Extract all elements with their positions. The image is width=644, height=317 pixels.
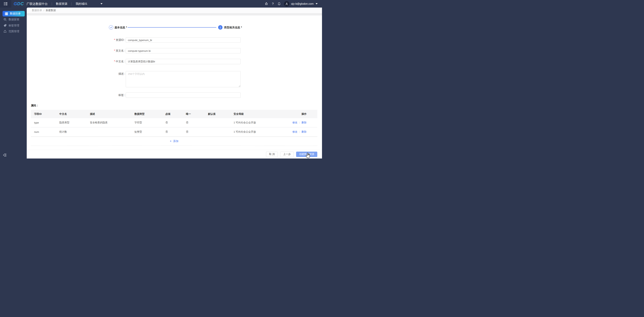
- help-button[interactable]: ?: [271, 2, 274, 6]
- caret-down-icon: [100, 3, 102, 4]
- english-name-label: *英文名:: [90, 48, 125, 54]
- previous-step-button[interactable]: 上一步: [280, 152, 294, 157]
- collapse-sidebar-icon: [3, 154, 7, 157]
- sidebar-item-data-explore[interactable]: 数据探查: [0, 16, 27, 22]
- notifications-button[interactable]: [277, 2, 281, 6]
- nav-divider: [52, 2, 52, 6]
- sidebar-item-label: 范围管理: [8, 30, 19, 33]
- cell-description: 安全检查的隐患: [87, 121, 131, 124]
- delete-link[interactable]: 删除: [302, 121, 306, 124]
- sidebar-item-tag-management[interactable]: 标签管理: [0, 22, 27, 28]
- chinese-name-input[interactable]: [126, 59, 241, 64]
- help-icon: ?: [272, 2, 274, 6]
- domain-selector[interactable]: 我的域01: [76, 2, 102, 6]
- modify-link[interactable]: 修改: [292, 121, 298, 124]
- cell-data-type: 字符型: [131, 121, 162, 124]
- scope-icon: [3, 30, 7, 33]
- plus-icon: +: [170, 139, 172, 143]
- tags-input[interactable]: [126, 92, 241, 98]
- bug-report-button[interactable]: [264, 2, 268, 6]
- top-navbar: GDC 广联达数据中台 数据资源 我的域01 ?: [0, 0, 322, 8]
- resource-id-input[interactable]: [126, 37, 241, 43]
- cell-security-level: 1 可向社会公众开放: [230, 130, 285, 134]
- navbar-right: ? qiy-b@glodon.com: [262, 1, 318, 6]
- domain-selector-label: 我的域01: [76, 2, 88, 6]
- step-2-circle: 2: [218, 25, 222, 30]
- cell-unique: 否: [183, 130, 205, 134]
- user-avatar[interactable]: [284, 1, 290, 6]
- cell-required: 否: [162, 121, 183, 124]
- sidebar-item-scope-management[interactable]: 范围管理: [0, 28, 27, 34]
- breadcrumb: 数据目录 / 新建数据: [27, 8, 322, 13]
- menu-icon: [4, 2, 8, 5]
- footer-action-bar: 取 消 上一步 创建数据资源: [27, 150, 322, 158]
- caret-down-icon[interactable]: [316, 3, 318, 4]
- cell-unique: 否: [183, 121, 205, 124]
- step-1-done-circle: [109, 25, 113, 30]
- collapse-sidebar-button[interactable]: [3, 154, 7, 157]
- nav-item-data-resource[interactable]: 数据资源: [56, 2, 68, 6]
- breadcrumb-separator: /: [44, 9, 44, 12]
- add-attribute-label: 添加: [173, 140, 178, 143]
- breadcrumb-parent[interactable]: 数据目录: [32, 9, 42, 12]
- check-icon: [110, 26, 112, 28]
- delete-link[interactable]: 删除: [302, 130, 306, 133]
- step-1-label: 基本信息 *: [114, 26, 127, 30]
- bell-icon: [278, 2, 281, 6]
- cell-field-id: type: [31, 121, 56, 124]
- required-asterisk: *: [114, 38, 115, 41]
- sidebar-toggle-button[interactable]: [0, 0, 11, 8]
- action-divider: |: [299, 121, 300, 124]
- col-header-required: 必须: [162, 112, 183, 116]
- cancel-button[interactable]: 取 消: [266, 152, 278, 157]
- resource-id-label: *资源ID:: [90, 37, 125, 43]
- cell-field-id: num: [31, 130, 56, 133]
- stepper-connector: [128, 27, 216, 28]
- sidebar: 数据目录 数据探查 标签管理 范围管理: [0, 8, 27, 158]
- modify-link[interactable]: 修改: [292, 130, 298, 133]
- col-header-security-level: 安全等级: [230, 112, 285, 116]
- step-2-label: 类型相关信息 *: [224, 26, 242, 30]
- tags-label: 标签:: [90, 92, 125, 98]
- user-icon: [285, 2, 288, 6]
- col-header-chinese-name: 中文名: [56, 112, 87, 116]
- col-header-data-type: 数据类型: [131, 112, 162, 116]
- required-asterisk: *: [114, 49, 115, 52]
- chinese-name-label: *中文名:: [90, 59, 125, 64]
- cell-chinese-name: 隐患类型: [56, 121, 87, 124]
- description-textarea[interactable]: [126, 71, 241, 87]
- create-data-resource-button[interactable]: 创建数据资源: [296, 152, 317, 157]
- main-area: 数据目录 / 新建数据 基本信息 * 2 类型相关信息 * *资源ID: *英文…: [27, 8, 322, 158]
- attributes-section-label: 属性 :: [31, 104, 38, 108]
- sidebar-item-label: 数据目录: [10, 12, 21, 16]
- user-email[interactable]: qiy-b@glodon.com: [291, 2, 314, 6]
- sidebar-item-data-catalog[interactable]: 数据目录: [2, 11, 25, 16]
- app-title: 广联达数据中台: [26, 2, 48, 6]
- form-card: 基本信息 * 2 类型相关信息 * *资源ID: *英文名: *中文名: 描述:: [27, 16, 322, 158]
- stepper: 基本信息 * 2 类型相关信息 *: [27, 25, 322, 30]
- col-header-description: 描述: [87, 112, 131, 116]
- sidebar-item-label: 数据探查: [8, 18, 19, 21]
- bug-icon: [264, 2, 268, 6]
- table-header-row: 字段ID 中文名 描述 数据类型 必须 唯一 默认值 安全等级 操作: [31, 110, 317, 118]
- col-header-unique: 唯一: [183, 112, 205, 116]
- col-header-actions: 操作: [285, 112, 317, 116]
- action-divider: |: [299, 130, 300, 133]
- explore-icon: [3, 18, 7, 21]
- add-attribute-button[interactable]: + 添加: [31, 137, 317, 146]
- cell-actions: 修改|删除: [285, 121, 317, 124]
- english-name-input[interactable]: [126, 48, 241, 54]
- attributes-table: 字段ID 中文名 描述 数据类型 必须 唯一 默认值 安全等级 操作 type …: [31, 110, 317, 146]
- description-label: 描述:: [90, 71, 125, 76]
- cell-required: 否: [162, 130, 183, 134]
- database-icon: [5, 12, 8, 16]
- col-header-default: 默认值: [205, 112, 230, 116]
- tag-icon: [3, 24, 7, 27]
- cell-data-type: 短整型: [131, 130, 162, 134]
- table-row: type 隐患类型 安全检查的隐患 字符型 否 否 1 可向社会公众开放 修改|…: [31, 118, 317, 128]
- sidebar-item-label: 标签管理: [8, 24, 19, 28]
- cell-actions: 修改|删除: [285, 130, 317, 134]
- gdc-logo: GDC: [13, 1, 24, 6]
- col-header-field-id: 字段ID: [31, 112, 56, 116]
- cell-security-level: 1 可向社会公众开放: [230, 121, 285, 124]
